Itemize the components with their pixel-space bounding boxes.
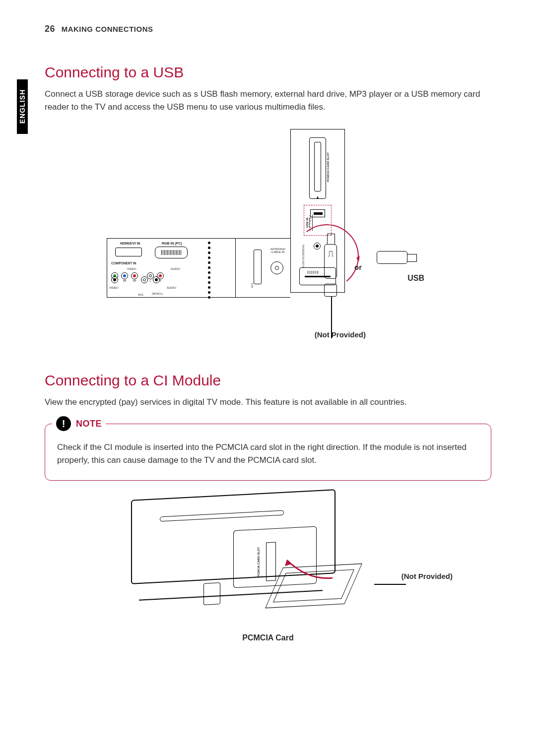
rgb-label: RGB IN (PC) [162, 242, 182, 245]
usb-stick-vertical: ⎍ [324, 244, 337, 279]
note-legend: ! NOTE [52, 416, 106, 431]
manual-page: 26 MAKING CONNECTIONS ENGLISH Connecting… [0, 0, 536, 756]
component-audio-label: AUDIO [171, 267, 180, 270]
not-provided-label-ci: (Not Provided) [402, 572, 453, 580]
tv-pcmcia-slot-label: PCMCIA CARD SLOT [257, 547, 260, 577]
pcmcia-slot: ▲ [309, 137, 326, 199]
usb-label: USB [407, 274, 424, 283]
tv-rear-panel: HDMI/DVI IN RGB IN (PC) COMPONENT IN VID… [107, 238, 236, 298]
note-icon: ! [56, 416, 71, 431]
section-body-usb: Connect a USB storage device such as s U… [45, 88, 491, 114]
pcmcia-slot-label: PCMCIA CARD SLOT [327, 152, 330, 182]
section-body-ci: View the encrypted (pay) services in dig… [45, 396, 491, 409]
antenna-coax [270, 261, 283, 274]
scart-av1 [254, 250, 262, 284]
or-label: or [354, 263, 362, 271]
running-header: 26 MAKING CONNECTIONS [45, 24, 491, 34]
hdmi-port [115, 248, 142, 256]
antenna-label: ANTENNA/ CABLE IN [267, 248, 289, 253]
note-label: NOTE [76, 419, 102, 429]
av2-audio-r [153, 276, 160, 283]
usb-cable [331, 297, 332, 331]
insert-arrow-icon [278, 553, 337, 583]
not-provided-label-usb: (Not Provided) [315, 330, 366, 339]
vga-port [155, 247, 188, 258]
component-label: COMPONENT IN [111, 261, 136, 265]
figure-ci-module: PCMCIA CARD SLOT (Not Provided) [129, 493, 407, 631]
note-box: ! NOTE Check if the CI module is inserte… [45, 424, 491, 481]
language-tab: ENGLISH [17, 79, 28, 134]
tv-pcmcia-slot [266, 542, 276, 581]
figure-usb-connection: ▲ PCMCIA CARD SLOT USB IN5 V ⎓ 0.5 A AUD… [107, 129, 429, 342]
note-text: Check if the CI module is inserted into … [57, 441, 479, 467]
av2-label: AV2 [138, 293, 143, 296]
usb-cable-connector [324, 284, 337, 297]
usb-in-port [310, 209, 325, 217]
section-heading-ci: Connecting to a CI Module [45, 372, 491, 389]
av2-audio-l [141, 276, 148, 283]
usb-stick-horizontal [377, 251, 407, 264]
usb-icon: ⎍ [325, 249, 336, 278]
av2-video-label: VIDEO [109, 286, 119, 289]
component-video-label: VIDEO [127, 267, 136, 270]
av2-audio-label: AUDIO [167, 286, 176, 289]
hdmi-label: HDMI/DVI IN [120, 242, 140, 245]
language-tab-text: ENGLISH [18, 89, 26, 124]
av2-video-jack [111, 276, 118, 283]
av1-label: AV1 [251, 283, 254, 288]
rear-panel-bridge: AV1 ANTENNA/ CABLE IN [236, 238, 290, 298]
section-heading-usb: Connecting to a USB [45, 64, 491, 81]
av2-mono-label: (MONO) L [152, 292, 163, 295]
pcmcia-card-label: PCMCIA Card [45, 633, 491, 642]
page-number: 26 [45, 24, 55, 34]
running-section-title: MAKING CONNECTIONS [62, 25, 153, 33]
